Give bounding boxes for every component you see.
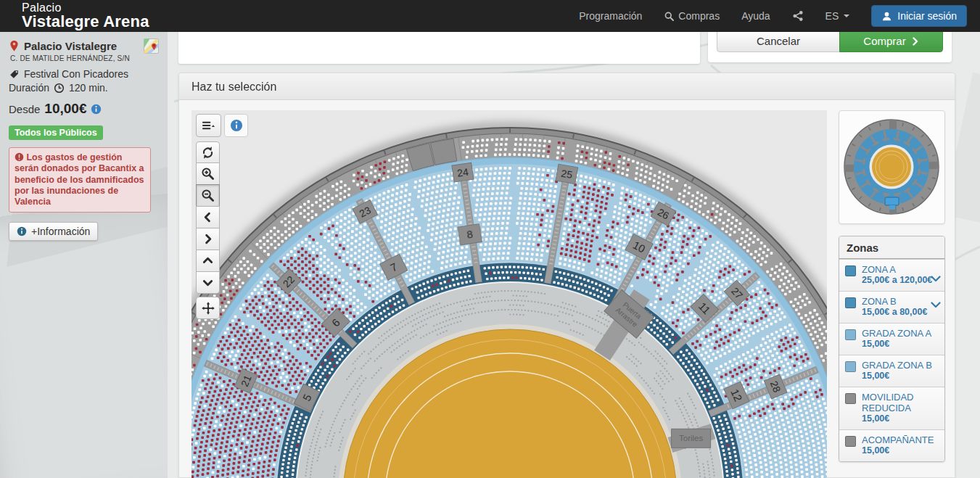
zone-price: 15,00€ [862,445,939,457]
duration-value: 120 min. [69,82,108,94]
zone-item-zona-a[interactable]: ZONA A 25,00€ a 120,00€ [839,259,944,291]
language-label: ES [825,10,839,22]
zone-color-swatch [845,297,856,308]
info-icon [230,119,243,132]
nav-item-programacion[interactable]: Programación [579,10,642,22]
nav-item-compras[interactable]: Compras [664,10,720,22]
map-zoom-out-button[interactable] [196,184,220,207]
clock-icon [54,83,65,94]
zone-price: 25,00€ a 120,00€ [862,275,939,287]
map-zoom-in-button[interactable] [196,162,220,185]
price-from-value: 10,00€ [44,101,86,117]
zone-item-zona-b[interactable]: ZONA B 15,00€ a 80,00€ [839,291,944,323]
share-button[interactable] [792,10,804,22]
refresh-icon [201,146,215,160]
cancel-button[interactable]: Cancelar [717,30,840,52]
login-label: Iniciar sesión [897,10,957,22]
google-maps-icon[interactable] [144,38,159,54]
venue-name: Palacio Vistalegre [24,40,139,52]
event-name: Festival Con Picadores [24,68,128,80]
chevron-right-icon [912,37,919,46]
zone-name: GRADA ZONA B [862,360,939,371]
buy-button[interactable]: Comprar [839,30,943,52]
brand-line2: Vistalegre Arena [22,14,149,30]
svg-text:Toriles: Toriles [679,434,703,442]
map-pan-down-button[interactable] [196,271,220,294]
panel-title: Haz tu selección [179,73,955,100]
warning-icon [15,152,24,162]
zones-panel: Zonas ZONA A 25,00€ a 120,00€ ZONA B 15,… [839,236,945,462]
caret-down-icon [844,15,849,17]
map-pan-up-button[interactable] [196,250,220,272]
price-from-label: Desde [9,103,40,115]
menu-icon [202,119,215,132]
zoom-in-icon [201,167,215,181]
map-refresh-button[interactable] [196,141,220,164]
nav-label: Compras [678,10,720,22]
map-pan-right-button[interactable] [196,228,220,250]
zone-price: 15,00€ [862,413,939,425]
more-info-label: +Información [31,226,90,237]
zone-item-acompanante[interactable]: ACOMPAÑANTE 15,00€ [839,429,944,461]
selection-panel: Haz tu selección 21222324252627285678101… [178,73,955,478]
minimap-arena[interactable] [839,111,944,223]
zone-price: 15,00€ [862,339,939,350]
language-dropdown[interactable]: ES [825,10,850,22]
user-icon [881,11,892,22]
buy-label: Comprar [863,35,905,47]
svg-text:24: 24 [456,166,469,179]
donation-notice-text: Los gastos de gestión serán donados por … [15,152,144,207]
zone-price: 15,00€ a 80,00€ [862,307,939,318]
duration-label: Duración [9,82,49,94]
zone-color-swatch [845,393,856,404]
top-navbar: Palacio Vistalegre Arena Programación Co… [0,0,980,32]
chevron-down-icon[interactable] [931,276,941,282]
zone-name: ZONA B [862,296,939,307]
zone-item-grada-zona-a[interactable]: GRADA ZONA A 15,00€ [839,323,944,355]
nav-item-ayuda[interactable]: Ayuda [741,10,770,22]
arena-seat-map[interactable]: 21222324252627285678101112PuertaArrastre… [192,110,827,478]
zone-color-swatch [845,329,856,340]
nav-label: Programación [579,10,642,22]
zone-color-swatch [845,265,856,276]
event-header-strip [178,32,700,64]
more-info-button[interactable]: +Información [9,222,98,241]
zone-item-movilidad-reducida[interactable]: MOVILIDAD REDUCIDA 15,00€ [839,387,944,429]
donation-notice: Los gastos de gestión serán donados por … [9,147,151,213]
search-icon [664,11,675,22]
move-icon [202,302,215,315]
zone-name: MOVILIDAD REDUCIDA [862,392,939,414]
chevron-up-icon [202,255,214,267]
chevron-right-icon [202,233,214,245]
map-pin-icon [9,40,20,52]
map-pan-left-button[interactable] [196,206,220,228]
zone-color-swatch [845,436,856,447]
map-info-button[interactable] [224,114,248,137]
nav-label: Ayuda [741,10,770,22]
zoom-out-icon [201,189,215,202]
seat-map-canvas[interactable]: 21222324252627285678101112PuertaArrastre… [192,110,827,478]
share-icon [792,10,804,22]
map-menu-button[interactable] [196,114,221,137]
minimap[interactable] [839,110,945,224]
zones-title: Zonas [839,236,944,259]
info-icon[interactable] [91,104,102,115]
brand-logo[interactable]: Palacio Vistalegre Arena [22,2,149,30]
zone-color-swatch [845,361,856,372]
zone-price: 15,00€ [862,371,939,382]
chevron-down-icon[interactable] [931,302,941,308]
zone-item-grada-zona-b[interactable]: GRADA ZONA B 15,00€ [839,355,944,387]
tag-icon [9,69,20,80]
svg-text:25: 25 [560,168,573,181]
zone-name: ACOMPAÑANTE [862,434,939,445]
chevron-down-icon [202,276,214,289]
login-button[interactable]: Iniciar sesión [871,5,967,27]
info-icon [17,226,27,236]
chevron-left-icon [202,211,214,223]
event-sidebar: Palacio Vistalegre C. DE MATILDE HERNÁND… [0,32,168,478]
audience-badge: Todos los Públicos [9,125,103,140]
zone-name: GRADA ZONA A [862,328,939,339]
zone-name: ZONA A [862,264,939,275]
map-move-button[interactable] [196,297,220,319]
venue-address: C. DE MATILDE HERNÁNDEZ, S/N [10,54,159,62]
